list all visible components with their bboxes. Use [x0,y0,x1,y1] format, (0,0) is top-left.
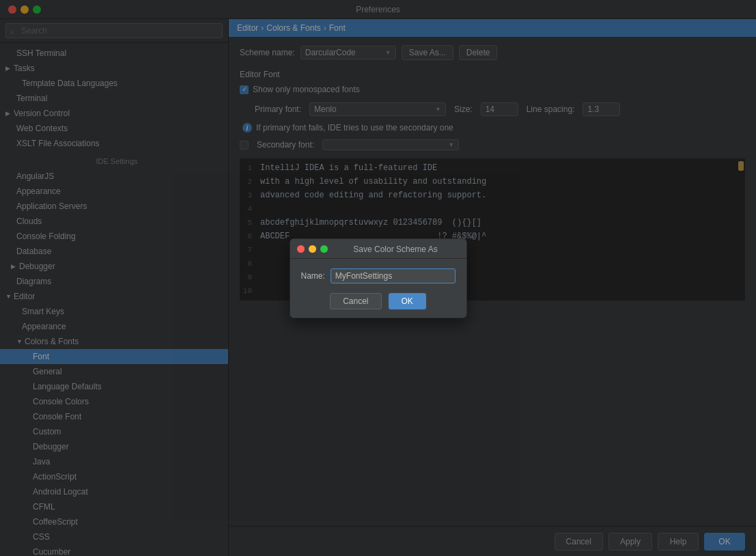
modal-name-input[interactable] [331,268,456,283]
modal-name-row: Name: [301,268,456,283]
modal-titlebar: Save Color Scheme As [290,239,466,259]
modal-body: Name: Cancel OK [290,259,466,318]
modal-ok-button[interactable]: OK [389,293,426,309]
modal-overlay: Save Color Scheme As Name: Cancel OK [0,0,756,556]
modal-title: Save Color Scheme As [332,245,460,254]
modal-buttons: Cancel OK [301,293,456,309]
save-color-scheme-dialog: Save Color Scheme As Name: Cancel OK [290,238,467,318]
modal-cancel-button[interactable]: Cancel [330,293,381,309]
modal-max-button[interactable] [320,245,328,253]
modal-name-label: Name: [301,271,325,281]
modal-close-button[interactable] [297,245,305,253]
modal-min-button[interactable] [309,245,316,253]
